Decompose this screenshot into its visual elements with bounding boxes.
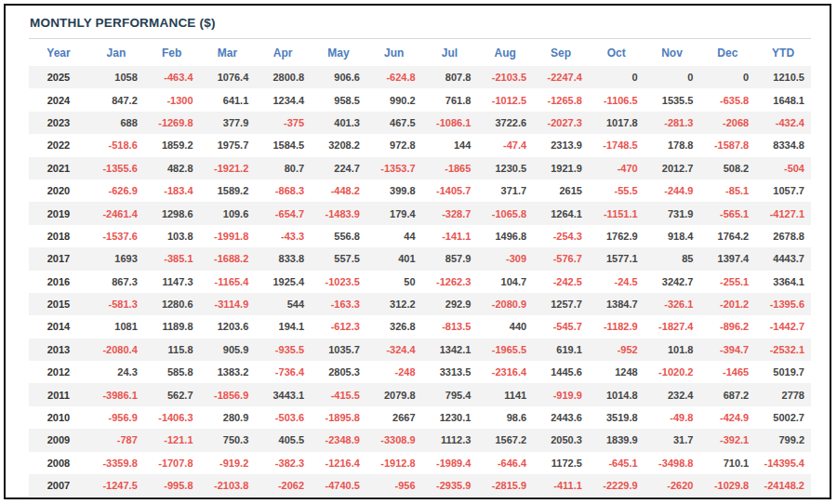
value-cell: -1405.7 <box>422 179 478 202</box>
value-cell: -85.1 <box>699 179 755 202</box>
value-cell: 557.5 <box>311 247 366 270</box>
value-cell: 544 <box>255 293 311 315</box>
table-row: 2020-626.9-183.41589.2-868.3-448.2399.8-… <box>29 179 811 202</box>
value-cell: 80.7 <box>255 157 311 179</box>
value-cell: 1764.2 <box>699 225 755 247</box>
value-cell: -448.2 <box>311 179 366 202</box>
value-cell: 1141 <box>477 383 533 405</box>
value-cell: -1151.1 <box>589 202 644 224</box>
title-divider <box>29 38 811 39</box>
value-cell: 1172.5 <box>533 452 589 474</box>
year-cell: 2008 <box>29 452 88 474</box>
value-cell: -1707.8 <box>144 452 200 474</box>
value-cell: 799.2 <box>755 429 811 451</box>
value-cell: 292.9 <box>422 293 478 315</box>
value-cell: 1762.9 <box>589 225 644 247</box>
value-cell: 1189.8 <box>144 315 200 338</box>
table-row: 2007-1247.5-995.8-2103.8-2062-4740.5-956… <box>29 474 811 497</box>
value-cell: 224.7 <box>311 157 366 179</box>
value-cell: -255.1 <box>699 271 755 293</box>
value-cell: -2027.3 <box>533 112 589 134</box>
value-cell: -43.3 <box>255 225 311 247</box>
value-cell: -1065.8 <box>477 202 533 224</box>
value-cell: -1353.7 <box>366 157 422 179</box>
table-row: 2009-787-121.1750.3405.5-2348.9-3308.911… <box>29 429 811 451</box>
table-row: 2010-956.9-1406.3280.9-503.6-1895.826671… <box>29 406 811 429</box>
value-cell: 98.6 <box>477 406 533 429</box>
value-cell: 750.3 <box>200 429 256 451</box>
table-row: 2013-2080.4115.8905.9-935.51035.7-324.41… <box>29 338 811 361</box>
value-cell: 371.7 <box>477 179 533 202</box>
column-header-may: May <box>311 40 366 66</box>
value-cell: -424.9 <box>699 406 755 429</box>
value-cell: 194.1 <box>255 315 311 338</box>
value-cell: 467.5 <box>366 112 422 134</box>
table-row: 2019-2461.41298.6109.6-654.7-1483.9179.4… <box>29 202 811 224</box>
value-cell: -328.7 <box>422 202 478 224</box>
value-cell: -503.6 <box>255 406 311 429</box>
value-cell: -201.2 <box>699 293 755 315</box>
value-cell: 2778 <box>755 383 811 405</box>
value-cell: 1203.6 <box>200 315 256 338</box>
value-cell: -2316.4 <box>477 361 533 383</box>
table-row: 201224.3585.81383.2-736.42805.3-2483313.… <box>29 361 811 383</box>
value-cell: -1483.9 <box>311 202 366 224</box>
year-cell: 2022 <box>29 134 88 156</box>
value-cell: 115.8 <box>144 338 200 361</box>
column-header-ytd: YTD <box>755 40 811 66</box>
year-cell: 2023 <box>29 112 88 134</box>
value-cell: -47.4 <box>477 134 533 156</box>
value-cell: 2079.8 <box>366 383 422 405</box>
table-body: 20251058-463.41076.42800.8906.6-624.8807… <box>29 66 811 497</box>
table-row: 2016867.31147.3-1165.41925.4-1023.550-12… <box>29 271 811 293</box>
value-cell: 3722.6 <box>477 112 533 134</box>
value-cell: -1086.1 <box>422 112 478 134</box>
value-cell: -24.5 <box>589 271 644 293</box>
value-cell: -281.3 <box>644 112 700 134</box>
value-cell: -3308.9 <box>366 429 422 451</box>
value-cell: -324.4 <box>366 338 422 361</box>
value-cell: -518.6 <box>88 134 144 156</box>
value-cell: -2080.9 <box>477 293 533 315</box>
value-cell: 1257.7 <box>533 293 589 315</box>
value-cell: 326.8 <box>366 315 422 338</box>
value-cell: 377.9 <box>200 112 256 134</box>
value-cell: -309 <box>477 247 533 270</box>
value-cell: -896.2 <box>699 315 755 338</box>
value-cell: 1280.6 <box>144 293 200 315</box>
value-cell: -626.9 <box>88 179 144 202</box>
value-cell: 641.1 <box>200 88 256 111</box>
value-cell: 101.8 <box>644 338 700 361</box>
table-row: 20171693-385.1-1688.2833.8557.5401857.9-… <box>29 247 811 270</box>
value-cell: 0 <box>589 66 644 88</box>
value-cell: 972.8 <box>366 134 422 156</box>
value-cell: -868.3 <box>255 179 311 202</box>
value-cell: -1827.4 <box>644 315 700 338</box>
value-cell: 3313.5 <box>422 361 478 383</box>
value-cell: 2678.8 <box>755 225 811 247</box>
table-row: 201410811189.81203.6194.1-612.3326.8-813… <box>29 315 811 338</box>
value-cell: 1248 <box>589 361 644 383</box>
value-cell: 1234.4 <box>255 88 311 111</box>
value-cell: -1537.6 <box>88 225 144 247</box>
value-cell: -121.1 <box>144 429 200 451</box>
value-cell: -1355.6 <box>88 157 144 179</box>
value-cell: -956.9 <box>88 406 144 429</box>
value-cell: -935.5 <box>255 338 311 361</box>
value-cell: 619.1 <box>533 338 589 361</box>
value-cell: 847.2 <box>88 88 144 111</box>
table-row: 2024847.2-1300641.11234.4958.5990.2761.8… <box>29 88 811 111</box>
value-cell: -326.1 <box>644 293 700 315</box>
value-cell: 50 <box>366 271 422 293</box>
value-cell: 918.4 <box>644 225 700 247</box>
value-cell: -1106.5 <box>589 88 644 111</box>
value-cell: 0 <box>644 66 700 88</box>
column-header-sep: Sep <box>533 40 589 66</box>
value-cell: -2062 <box>255 474 311 497</box>
value-cell: 399.8 <box>366 179 422 202</box>
year-cell: 2015 <box>29 293 88 315</box>
value-cell: 1210.5 <box>755 66 811 88</box>
value-cell: -411.1 <box>533 474 589 497</box>
value-cell: 508.2 <box>699 157 755 179</box>
value-cell: 1567.2 <box>477 429 533 451</box>
